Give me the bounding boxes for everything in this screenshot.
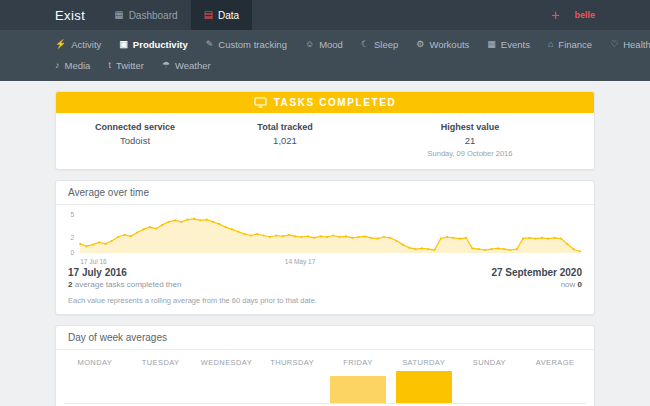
category-tab-events[interactable]: ▦Events <box>481 34 536 55</box>
dow-bar-cell-wednesday <box>194 369 260 403</box>
top-bar: Exist ▦ Dashboard ▤ Data + belle <box>0 0 650 30</box>
range-start: 17 July 2016 2 average tasks completed t… <box>68 267 181 289</box>
dow-header-monday: MONDAY <box>62 358 128 367</box>
average-over-time-title: Average over time <box>56 181 594 205</box>
category-tab-finance[interactable]: ⌂Finance <box>542 34 598 55</box>
category-tab-productivity[interactable]: ▣Productivity <box>113 34 193 55</box>
user-menu[interactable]: belle <box>574 10 595 20</box>
category-label: Health <box>623 39 650 50</box>
dow-bar-cell-tuesday <box>128 369 194 403</box>
average-over-time-card: Average over time 52017 Jul 1614 May 17 … <box>55 180 595 315</box>
stat-label: Highest value <box>370 122 570 132</box>
dow-header-thursday: THURSDAY <box>259 358 325 367</box>
stat-connected-service: Connected service Todoist <box>70 122 200 158</box>
category-label: Finance <box>558 39 592 50</box>
category-label: Mood <box>319 39 343 50</box>
health-icon: ♡ <box>610 40 618 49</box>
category-tab-sleep[interactable]: ☾Sleep <box>355 34 404 55</box>
category-tab-workouts[interactable]: ⚙Workouts <box>410 34 475 55</box>
stat-highest-value: Highest value 21 Sunday, 09 October 2016 <box>370 122 570 158</box>
monitor-icon <box>254 97 267 108</box>
productivity-icon: ▣ <box>119 40 128 49</box>
end-value: 0 <box>578 280 582 289</box>
dow-bars-row <box>56 369 594 403</box>
category-label: Custom tracking <box>218 39 287 50</box>
day-of-week-card: Day of week averages MONDAYTUESDAYWEDNES… <box>55 325 595 406</box>
start-text: average tasks completed then <box>72 280 181 289</box>
weather-icon: ☂ <box>162 61 170 70</box>
dow-header-saturday: SATURDAY <box>391 358 457 367</box>
average-line-chart[interactable]: 52017 Jul 1614 May 17 <box>64 210 586 266</box>
category-tab-weather[interactable]: ☂Weather <box>156 55 217 76</box>
activity-icon: ⚡ <box>55 40 66 49</box>
events-icon: ▦ <box>487 40 496 49</box>
custom-tracking-icon: ✎ <box>206 40 214 49</box>
banner-title: TASKS COMPLETED <box>274 97 397 108</box>
nav-dashboard[interactable]: ▦ Dashboard <box>101 0 190 30</box>
category-label: Weather <box>175 60 211 71</box>
data-chart-icon: ▤ <box>204 10 213 20</box>
exist-logo[interactable]: Exist <box>55 0 85 30</box>
category-tab-custom-tracking[interactable]: ✎Custom tracking <box>200 34 293 55</box>
stat-total-tracked: Total tracked 1,021 <box>200 122 370 158</box>
dow-header-friday: FRIDAY <box>325 358 391 367</box>
dow-header-wednesday: WEDNESDAY <box>194 358 260 367</box>
category-tab-twitter[interactable]: tTwitter <box>102 55 150 76</box>
range-end: 27 September 2020 now 0 <box>491 267 582 289</box>
category-label: Sleep <box>374 39 398 50</box>
nav-data-label: Data <box>218 10 239 21</box>
summary-stats: Connected service Todoist Total tracked … <box>56 113 594 169</box>
finance-icon: ⌂ <box>548 40 553 49</box>
workouts-icon: ⚙ <box>416 40 424 49</box>
nav-data[interactable]: ▤ Data <box>191 0 253 30</box>
dow-bar-cell-friday <box>325 369 391 403</box>
dow-bar-cell-sunday <box>457 369 523 403</box>
main-content: TASKS COMPLETED Connected service Todois… <box>0 81 650 406</box>
dashboard-grid-icon: ▦ <box>114 10 123 20</box>
category-tab-media[interactable]: ♪Media <box>49 55 96 76</box>
dow-header-sunday: SUNDAY <box>457 358 523 367</box>
mood-icon: ☺ <box>305 40 314 49</box>
twitter-icon: t <box>108 61 111 70</box>
svg-text:5: 5 <box>70 211 74 218</box>
dow-bar-saturday[interactable] <box>396 371 452 403</box>
dow-bar-cell-average <box>522 369 588 403</box>
start-date: 17 July 2016 <box>68 267 181 278</box>
dow-bar-friday[interactable] <box>330 376 386 403</box>
category-label: Workouts <box>429 39 469 50</box>
end-text: now <box>561 280 578 289</box>
category-label: Media <box>65 60 91 71</box>
stat-value: 1,021 <box>200 135 370 146</box>
category-label: Activity <box>71 39 101 50</box>
svg-text:2: 2 <box>70 234 74 241</box>
category-nav: ⚡Activity▣Productivity✎Custom tracking☺M… <box>0 30 650 81</box>
dow-bar-cell-saturday <box>391 369 457 403</box>
media-icon: ♪ <box>55 61 60 70</box>
svg-text:17 Jul 16: 17 Jul 16 <box>80 258 107 265</box>
dow-bar-cell-monday <box>62 369 128 403</box>
category-row-2: ♪MediatTwitter☂Weather <box>49 55 650 76</box>
tasks-completed-banner: TASKS COMPLETED <box>56 92 594 113</box>
summary-card: TASKS COMPLETED Connected service Todois… <box>55 91 595 170</box>
chart-date-range: 17 July 2016 2 average tasks completed t… <box>56 266 594 289</box>
dow-names-row: MONDAYTUESDAYWEDNESDAYTHURSDAYFRIDAYSATU… <box>56 358 594 367</box>
category-label: Productivity <box>133 39 188 50</box>
stat-sub-date: Sunday, 09 October 2016 <box>370 149 570 158</box>
category-label: Twitter <box>116 60 144 71</box>
dow-bar-cell-thursday <box>259 369 325 403</box>
add-button[interactable]: + <box>551 8 559 22</box>
start-summary: 2 average tasks completed then <box>68 280 181 289</box>
nav-dashboard-label: Dashboard <box>129 10 178 21</box>
end-summary: now 0 <box>491 280 582 289</box>
category-tab-health[interactable]: ♡Health <box>604 34 650 55</box>
top-right-area: + belle <box>551 0 650 30</box>
category-tab-activity[interactable]: ⚡Activity <box>49 34 107 55</box>
sleep-icon: ☾ <box>361 40 369 49</box>
dow-header-tuesday: TUESDAY <box>128 358 194 367</box>
category-tab-mood[interactable]: ☺Mood <box>299 34 349 55</box>
stat-value: Todoist <box>70 135 200 146</box>
svg-text:14 May 17: 14 May 17 <box>285 258 316 266</box>
rolling-average-note: Each value represents a rolling average … <box>56 289 594 314</box>
end-date: 27 September 2020 <box>491 267 582 278</box>
stat-value: 21 <box>370 135 570 146</box>
